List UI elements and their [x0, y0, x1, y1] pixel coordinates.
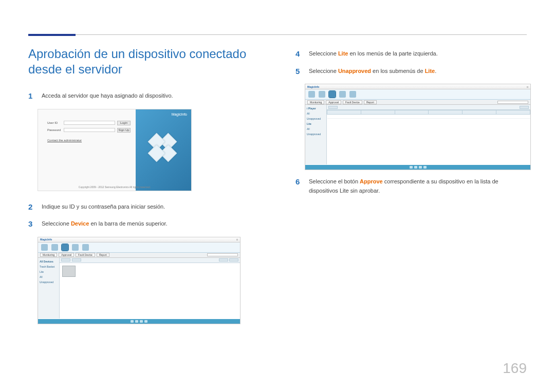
menu-user-icon[interactable]	[339, 91, 346, 98]
sub-tab[interactable]: Report	[97, 253, 109, 257]
sub-tab[interactable]: Fault Device	[343, 100, 362, 104]
menu-setting-icon[interactable]	[82, 244, 89, 251]
sidebar-item[interactable]: Unapproved	[307, 117, 325, 120]
step-number: 5	[295, 67, 302, 76]
contact-admin-link[interactable]: Contact the administrator	[47, 139, 131, 142]
window-controls-icon[interactable]: □	[527, 85, 528, 88]
sidebar: All Devices Trash Basket Lite All Unappr…	[38, 258, 60, 319]
sub-tab[interactable]: Monitoring	[307, 100, 324, 104]
step-number: 6	[295, 177, 302, 195]
login-hero-panel: MagicInfo	[136, 109, 191, 191]
col-header	[361, 110, 395, 115]
toolbar-chip[interactable]	[61, 258, 70, 262]
sidebar-item-unapproved[interactable]: Unapproved	[307, 133, 325, 136]
pager-btn[interactable]	[410, 166, 413, 169]
step3-highlight: Device	[71, 220, 89, 227]
device-thumbnail[interactable]	[62, 266, 76, 277]
menu-content-icon[interactable]	[41, 244, 48, 251]
step3-pre: Seleccione	[42, 220, 71, 227]
sidebar-item[interactable]: All	[307, 127, 325, 130]
pager-btn[interactable]	[414, 166, 417, 169]
sidebar-item-lite[interactable]: Lite	[40, 270, 58, 273]
sub-tab[interactable]: Monitoring	[40, 253, 57, 257]
menu-device-icon[interactable]	[62, 244, 68, 251]
search-input[interactable]	[207, 253, 238, 256]
right-column: 4 Seleccione Lite en los menús de la par…	[295, 46, 527, 331]
col-header	[462, 110, 496, 115]
pager-footer	[38, 319, 240, 324]
main-panel	[327, 105, 530, 164]
page-number: 169	[503, 360, 527, 377]
sidebar-item[interactable]: All	[40, 275, 58, 278]
step-text: Indique su ID y su contraseña para inici…	[42, 202, 260, 212]
step-5: 5 Seleccione Unapproved en los submenús …	[295, 67, 527, 76]
search-input[interactable]	[497, 101, 528, 104]
menu-device-icon[interactable]	[329, 91, 336, 98]
step-number: 1	[28, 91, 34, 101]
col-header	[429, 110, 462, 115]
step4-highlight: Lite	[338, 50, 348, 57]
step5-post: .	[435, 68, 436, 74]
main-panel	[60, 258, 240, 319]
sidebar-item[interactable]: Trash Basket	[40, 265, 58, 268]
pager-btn[interactable]	[423, 166, 427, 169]
menu-schedule-icon[interactable]	[319, 91, 325, 98]
sidebar: i Player All Unapproved Lite All Unappro…	[305, 105, 327, 164]
device-table	[327, 110, 530, 119]
step5-pre: Seleccione	[309, 68, 338, 74]
sub-tab[interactable]: Approval	[326, 100, 341, 104]
sidebar-group-lite[interactable]: Lite	[307, 122, 325, 125]
password-field[interactable]	[64, 128, 115, 132]
sub-tab[interactable]: Approval	[59, 253, 74, 257]
pager-btn[interactable]	[135, 320, 138, 323]
step-text: Seleccione Unapproved en los submenús de…	[309, 67, 527, 76]
accent-bar	[28, 34, 76, 36]
menu-schedule-icon[interactable]	[51, 244, 58, 251]
login-form-area: User ID Login Password Sign Up Contact t…	[38, 109, 136, 191]
toolbar-chip[interactable]	[229, 258, 238, 262]
sidebar-item[interactable]: Unapproved	[40, 281, 58, 284]
sidebar-item[interactable]: All	[307, 112, 325, 115]
signup-button[interactable]: Sign Up	[117, 128, 131, 133]
menu-content-icon[interactable]	[308, 91, 315, 98]
login-button[interactable]: Login	[117, 121, 131, 125]
sub-tab[interactable]: Report	[364, 100, 377, 104]
pager-footer	[305, 165, 530, 170]
pager-btn[interactable]	[419, 166, 422, 169]
step-text: Seleccione Device en la barra de menús s…	[42, 219, 260, 229]
table-row[interactable]	[327, 115, 530, 119]
user-id-field[interactable]	[64, 121, 115, 125]
toolbar-chip[interactable]	[219, 258, 228, 262]
window-controls-icon[interactable]: □	[236, 238, 238, 241]
sub-tab[interactable]: Fault Device	[76, 253, 95, 257]
step-number: 2	[28, 202, 34, 212]
pager-btn[interactable]	[144, 320, 147, 323]
col-checkbox[interactable]	[327, 110, 361, 115]
step-number: 4	[295, 49, 302, 59]
section-heading: Aprobación de un dispositivo conectado d…	[28, 46, 260, 77]
col-header	[496, 110, 530, 115]
step-2: 2 Indique su ID y su contraseña para ini…	[28, 202, 260, 212]
login-copyright: Copyright 2009 - 2012 Samsung Electronic…	[38, 185, 191, 189]
sidebar-group-iplayer[interactable]: i Player	[307, 107, 325, 110]
app-brand: MagicInfo	[307, 85, 319, 88]
step-1: 1 Acceda al servidor que haya asignado a…	[28, 91, 260, 101]
sidebar-group[interactable]: All Devices	[40, 260, 58, 263]
user-id-label: User ID	[47, 121, 62, 124]
content-columns: Aprobación de un dispositivo conectado d…	[28, 46, 527, 331]
sub-menu-bar: Monitoring Approval Fault Device Report	[38, 253, 240, 258]
main-menu-bar	[38, 242, 240, 253]
step-4: 4 Seleccione Lite en los menús de la par…	[295, 49, 527, 59]
step6-pre: Seleccione el botón	[309, 178, 360, 184]
pager-btn[interactable]	[131, 320, 134, 323]
pager-btn[interactable]	[140, 320, 143, 323]
menu-user-icon[interactable]	[72, 244, 79, 251]
step5-mid: en los submenús de	[371, 68, 425, 74]
magicinfo-logo-text: MagicInfo	[172, 113, 187, 116]
step-text: Seleccione el botón Approve correspondie…	[309, 177, 527, 195]
step-number: 3	[28, 219, 34, 229]
approve-button[interactable]	[328, 106, 338, 109]
menu-setting-icon[interactable]	[349, 91, 356, 98]
toolbar-chip[interactable]	[72, 258, 81, 262]
toolbar-chip[interactable]	[520, 106, 529, 109]
